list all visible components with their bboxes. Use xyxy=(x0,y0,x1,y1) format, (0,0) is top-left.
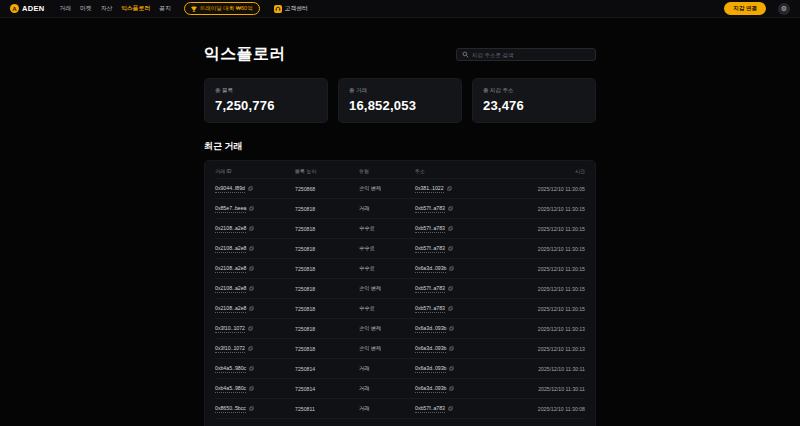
copy-icon[interactable] xyxy=(449,266,454,272)
copy-icon[interactable] xyxy=(248,346,253,352)
address-link[interactable]: 0x6a3d..093b xyxy=(415,325,446,333)
tx-id-link[interactable]: 0x85e7..beea xyxy=(215,205,246,213)
copy-icon[interactable] xyxy=(249,386,254,392)
settings-button[interactable]: ⚙ xyxy=(778,3,790,15)
wallet-search-input[interactable] xyxy=(472,52,590,58)
brand-logo[interactable]: A ADEN xyxy=(10,4,44,13)
copy-icon[interactable] xyxy=(249,266,254,272)
table-row: 0x3f10..1072 7250818 손익 변제 0x6a3d..093b … xyxy=(215,319,585,339)
tx-id-cell: 0x2108..a2e8 xyxy=(215,299,295,319)
type-cell: 거래 xyxy=(359,199,415,219)
connect-wallet-button[interactable]: 지갑 연결 xyxy=(724,2,766,15)
tx-id-link[interactable]: 0x2108..a2e8 xyxy=(215,225,246,233)
tx-id-link[interactable]: 0x8650..5bcc xyxy=(215,405,246,413)
tx-id-cell: 0xb4a5..980c xyxy=(215,379,295,399)
table-row: 0x85e7..beea 7250818 거래 0xb57f..a783 202… xyxy=(215,199,585,219)
copy-icon[interactable] xyxy=(448,246,453,252)
wallet-search-box[interactable] xyxy=(456,48,596,61)
tx-id-link[interactable]: 0x3f10..1072 xyxy=(215,325,245,333)
time-cell: 2025/12/10 11:30:08 xyxy=(519,399,585,419)
type-cell: 손익 변제 xyxy=(359,279,415,299)
type-cell: 수수료 xyxy=(359,219,415,239)
copy-icon[interactable] xyxy=(449,386,454,392)
address-cell: 0xb57f..a783 xyxy=(415,219,519,239)
tx-id-link[interactable]: 0x2108..a2e8 xyxy=(215,265,246,273)
tx-id-link[interactable]: 0xb4a5..980c xyxy=(215,385,246,393)
address-link[interactable]: 0x6a3d..093b xyxy=(415,385,446,393)
page-title: 익스플로러 xyxy=(204,44,286,65)
block-height-cell: 7250814 xyxy=(295,359,359,379)
tx-id-cell: 0x2108..a2e8 xyxy=(215,219,295,239)
copy-icon[interactable] xyxy=(447,186,452,192)
copy-icon[interactable] xyxy=(449,346,454,352)
tx-id-link[interactable]: 0x2108..a2e8 xyxy=(215,305,246,313)
copy-icon[interactable] xyxy=(249,306,254,312)
tx-id-cell: 0x3f10..1072 xyxy=(215,339,295,359)
address-cell: 0xb57f..a783 xyxy=(415,399,519,419)
time-cell: 2025/12/10 11:30:15 xyxy=(519,299,585,319)
tx-id-link[interactable]: 0x9044..f89d xyxy=(215,185,245,193)
menu-item-notice[interactable]: 공지 xyxy=(159,4,171,13)
address-link[interactable]: 0x6a3d..093b xyxy=(415,265,446,273)
tx-id-link[interactable]: 0x3f10..1072 xyxy=(215,345,245,353)
tx-id-link[interactable]: 0x2108..a2e8 xyxy=(215,245,246,253)
address-cell: 0x6a3d..093b xyxy=(415,319,519,339)
address-link[interactable]: 0xb57f..a783 xyxy=(415,405,445,413)
copy-icon[interactable] xyxy=(449,326,454,332)
stat-card-total-blocks: 총 블록 7,250,776 xyxy=(204,78,328,123)
copy-icon[interactable] xyxy=(249,206,254,212)
search-icon xyxy=(462,51,469,58)
copy-icon[interactable] xyxy=(249,286,254,292)
copy-icon[interactable] xyxy=(448,226,453,232)
table-row: 0x2108..a2e8 7250818 수수료 0xb57f..a783 20… xyxy=(215,239,585,259)
address-cell: 0x6a3d..093b xyxy=(415,379,519,399)
address-link[interactable]: 0x381..1022 xyxy=(415,185,444,193)
menu-item-market[interactable]: 마켓 xyxy=(80,4,92,13)
copy-icon[interactable] xyxy=(249,366,254,372)
block-height-cell: 7250818 xyxy=(295,319,359,339)
address-link[interactable]: 0x6a3d..093b xyxy=(415,345,446,353)
tx-id-cell: 0x3f10..1072 xyxy=(215,319,295,339)
recent-transactions-body: 0x9044..f89d 7250868 손익 변제 0x381..1022 2… xyxy=(215,179,585,426)
menu-item-assets[interactable]: 자산 xyxy=(101,4,113,13)
tx-id-cell: 0x2108..a2e8 xyxy=(215,279,295,299)
copy-icon[interactable] xyxy=(448,306,453,312)
time-cell: 2025/12/10 11:30:15 xyxy=(519,199,585,219)
block-height-cell: 7250818 xyxy=(295,239,359,259)
copy-icon[interactable] xyxy=(249,226,254,232)
copy-icon[interactable] xyxy=(449,366,454,372)
copy-icon[interactable] xyxy=(249,246,254,252)
address-link[interactable]: 0xb57f..a783 xyxy=(415,305,445,313)
copy-icon[interactable] xyxy=(448,286,453,292)
copy-icon[interactable] xyxy=(248,186,253,192)
block-height-cell: 7250811 xyxy=(295,399,359,419)
copy-icon[interactable] xyxy=(448,406,453,412)
type-cell: 손익 변제 xyxy=(359,179,415,199)
address-link[interactable]: 0xb57f..a783 xyxy=(415,205,445,213)
type-cell: 수수료 xyxy=(359,259,415,279)
block-height-cell: 7250868 xyxy=(295,179,359,199)
block-height-cell: 7250818 xyxy=(295,299,359,319)
address-link[interactable]: 0xb57f..a783 xyxy=(415,245,445,253)
table-row: 0xb4a5..980c 7250814 거래 0x6a3d..093b 202… xyxy=(215,359,585,379)
address-link[interactable]: 0x6a3d..093b xyxy=(415,365,446,373)
address-cell: 0x6a3d..093b xyxy=(415,339,519,359)
menu-item-trade[interactable]: 거래 xyxy=(59,4,71,13)
address-link[interactable]: 0xb57f..a783 xyxy=(415,225,445,233)
column-header-address: 주소 xyxy=(415,163,519,179)
support-center[interactable]: 고객센터 xyxy=(274,4,308,13)
tx-id-link[interactable]: 0xb4a5..980c xyxy=(215,365,246,373)
tx-id-link[interactable]: 0x2108..a2e8 xyxy=(215,285,246,293)
menu-item-explorer[interactable]: 익스플로러 xyxy=(121,4,150,13)
block-height-cell: 7250818 xyxy=(295,259,359,279)
address-cell: 0xb57f..a783 xyxy=(415,199,519,219)
address-link[interactable]: 0xb57f..a783 xyxy=(415,285,445,293)
type-cell: 거래 xyxy=(359,379,415,399)
copy-icon[interactable] xyxy=(249,406,254,412)
copy-icon[interactable] xyxy=(248,326,253,332)
type-cell: 수수료 xyxy=(359,299,415,319)
trading-contest-badge[interactable]: 트레이딩 대회 ₩60억 xyxy=(184,2,260,15)
stat-card-total-wallets: 총 지갑 주소 23,476 xyxy=(472,78,596,123)
column-header-tx-id: 거래 ID xyxy=(215,163,295,179)
copy-icon[interactable] xyxy=(448,206,453,212)
